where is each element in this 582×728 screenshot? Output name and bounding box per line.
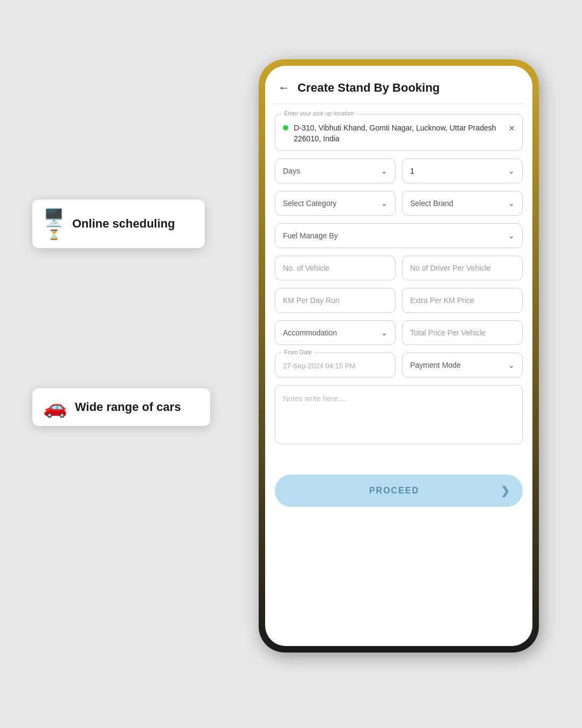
location-row: D-310, Vibhuti Khand, Gomti Nagar, Luckn… bbox=[283, 123, 515, 144]
proceed-label: PROCEED bbox=[288, 486, 501, 496]
accommodation-total-row: Accommodation ⌄ Total Price Per Vehicle bbox=[275, 320, 523, 345]
wide-range-label: Wide range of cars bbox=[75, 400, 181, 414]
select-brand-label: Select Brand bbox=[410, 199, 453, 208]
location-field[interactable]: Enter your pick up location D-310, Vibhu… bbox=[275, 114, 523, 151]
location-dot bbox=[283, 125, 288, 131]
notes-textarea[interactable]: Notes write here.... bbox=[275, 385, 523, 444]
scheduling-icon-box: 🖥️ ⏳ bbox=[43, 207, 65, 241]
km-per-day-placeholder: KM Per Day Run bbox=[283, 296, 340, 305]
no-driver-per-vehicle-input[interactable]: No of Driver Per Vehicle bbox=[402, 256, 523, 280]
back-button[interactable]: ← bbox=[278, 81, 290, 95]
km-per-day-input[interactable]: KM Per Day Run bbox=[275, 288, 396, 313]
no-driver-placeholder: No of Driver Per Vehicle bbox=[410, 264, 490, 272]
no-of-vehicle-input[interactable]: No. of Vehicle bbox=[275, 256, 396, 280]
km-extra-row: KM Per Day Run Extra Per KM Price bbox=[275, 288, 523, 313]
accommodation-chevron: ⌄ bbox=[381, 328, 387, 337]
accommodation-label: Accommodation bbox=[283, 328, 337, 337]
vehicle-driver-row: No. of Vehicle No of Driver Per Vehicle bbox=[275, 256, 523, 280]
payment-mode-dropdown[interactable]: Payment Mode ⌄ bbox=[402, 353, 523, 377]
location-text: D-310, Vibhuti Khand, Gomti Nagar, Luckn… bbox=[294, 123, 504, 144]
total-price-vehicle-input[interactable]: Total Price Per Vehicle bbox=[402, 320, 523, 345]
select-category-dropdown[interactable]: Select Category ⌄ bbox=[275, 191, 396, 216]
location-label: Enter your pick up location bbox=[282, 110, 356, 116]
number-chevron: ⌄ bbox=[508, 167, 515, 175]
payment-mode-label: Payment Mode bbox=[410, 361, 461, 369]
spacer bbox=[275, 452, 523, 463]
extra-km-price-input[interactable]: Extra Per KM Price bbox=[402, 288, 523, 313]
days-dropdown[interactable]: Days ⌄ bbox=[275, 159, 396, 183]
days-label: Days bbox=[283, 167, 300, 175]
total-price-placeholder: Total Price Per Vehicle bbox=[410, 328, 486, 337]
app-screen: ← Create Stand By Booking Enter your pic… bbox=[265, 66, 532, 646]
close-icon[interactable]: × bbox=[509, 123, 515, 134]
brand-chevron: ⌄ bbox=[508, 199, 515, 208]
select-category-label: Select Category bbox=[283, 199, 337, 208]
online-scheduling-label: Online scheduling bbox=[72, 217, 175, 231]
accommodation-dropdown[interactable]: Accommodation ⌄ bbox=[275, 320, 396, 345]
payment-mode-chevron: ⌄ bbox=[508, 361, 515, 369]
from-date-field[interactable]: From Date 27-Sep-2024 04:15 PM bbox=[275, 353, 396, 377]
cars-icon: 🚗 bbox=[43, 396, 67, 418]
notes-placeholder: Notes write here.... bbox=[283, 394, 347, 403]
fuel-manage-label: Fuel Manage By bbox=[283, 231, 338, 240]
proceed-button[interactable]: PROCEED ❯ bbox=[275, 475, 523, 507]
monitor-icon: 🖥️ bbox=[43, 207, 65, 228]
number-dropdown[interactable]: 1 ⌄ bbox=[402, 159, 523, 183]
fuel-chevron: ⌄ bbox=[508, 231, 515, 240]
phone-frame: ← Create Stand By Booking Enter your pic… bbox=[259, 59, 539, 653]
from-date-value: 27-Sep-2024 04:15 PM bbox=[283, 362, 387, 370]
number-value: 1 bbox=[410, 167, 414, 175]
extra-km-placeholder: Extra Per KM Price bbox=[410, 296, 474, 305]
category-brand-row: Select Category ⌄ Select Brand ⌄ bbox=[275, 191, 523, 216]
online-scheduling-card: 🖥️ ⏳ Online scheduling bbox=[32, 200, 205, 248]
wide-range-card: 🚗 Wide range of cars bbox=[32, 388, 210, 426]
from-date-payment-row: From Date 27-Sep-2024 04:15 PM Payment M… bbox=[275, 353, 523, 377]
hourglass-icon: ⏳ bbox=[48, 229, 60, 241]
page-title: Create Stand By Booking bbox=[297, 81, 440, 95]
from-date-label: From Date bbox=[282, 349, 314, 355]
form-area: Enter your pick up location D-310, Vibhu… bbox=[265, 104, 532, 520]
select-brand-dropdown[interactable]: Select Brand ⌄ bbox=[402, 191, 523, 216]
days-chevron: ⌄ bbox=[381, 167, 387, 175]
fuel-manage-dropdown[interactable]: Fuel Manage By ⌄ bbox=[275, 223, 523, 248]
no-vehicle-placeholder: No. of Vehicle bbox=[283, 264, 329, 272]
days-number-row: Days ⌄ 1 ⌄ bbox=[275, 159, 523, 183]
proceed-arrow-icon: ❯ bbox=[501, 484, 510, 497]
phone-inner: ← Create Stand By Booking Enter your pic… bbox=[265, 66, 532, 646]
header: ← Create Stand By Booking bbox=[265, 66, 532, 104]
category-chevron: ⌄ bbox=[381, 199, 387, 208]
